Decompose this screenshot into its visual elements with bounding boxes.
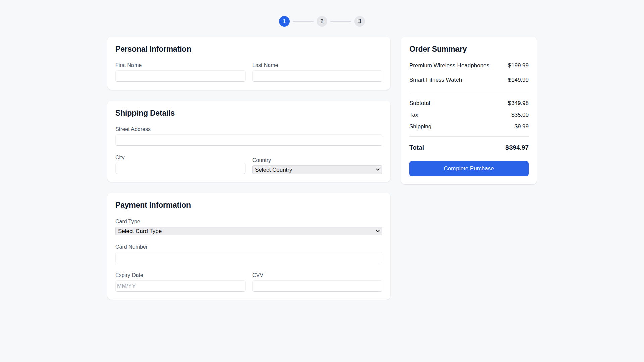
card-number-input[interactable] [115, 252, 382, 263]
checkout-page: 1 2 3 Personal Information First Name La… [107, 0, 537, 310]
total-row: Total $394.97 [409, 136, 529, 152]
shipping-details-title: Shipping Details [115, 109, 382, 118]
card-type-field-group: Card Type Select Card Type [115, 219, 382, 235]
street-address-input[interactable] [115, 134, 382, 146]
checkout-layout: Personal Information First Name Last Nam… [107, 37, 537, 310]
cvv-label: CVV [252, 272, 382, 278]
last-name-field-group: Last Name [252, 62, 382, 82]
summary-item-row: Premium Wireless Headphones $199.99 [409, 62, 529, 69]
cvv-input[interactable] [252, 280, 382, 292]
subtotal-row: Subtotal $349.98 [409, 100, 529, 107]
city-label: City [115, 155, 246, 161]
tax-value: $35.00 [511, 112, 529, 118]
first-name-input[interactable] [115, 70, 246, 82]
divider [409, 92, 529, 92]
tax-row: Tax $35.00 [409, 112, 529, 118]
shipping-row: Shipping $9.99 [409, 123, 529, 130]
shipping-label: Shipping [409, 123, 431, 130]
expiry-date-input[interactable] [115, 280, 246, 292]
country-field-group: Country Select Country [252, 157, 382, 174]
form-column: Personal Information First Name Last Nam… [107, 37, 390, 310]
last-name-label: Last Name [252, 62, 382, 68]
first-name-label: First Name [115, 62, 246, 68]
street-address-label: Street Address [115, 126, 382, 132]
checkout-stepper: 1 2 3 [107, 16, 537, 27]
item-price: $199.99 [508, 62, 529, 69]
subtotal-value: $349.98 [508, 100, 529, 107]
shipping-value: $9.99 [514, 123, 529, 130]
country-select[interactable]: Select Country [252, 165, 382, 174]
summary-item-row: Smart Fitness Watch $149.99 [409, 77, 529, 83]
stepper-connector-2 [330, 21, 351, 22]
personal-information-title: Personal Information [115, 45, 382, 54]
shipping-details-card: Shipping Details Street Address City Cou… [107, 101, 390, 182]
card-type-label: Card Type [115, 219, 382, 225]
expiry-date-field-group: Expiry Date [115, 272, 246, 292]
item-name: Premium Wireless Headphones [409, 62, 489, 69]
card-number-label: Card Number [115, 244, 382, 250]
order-summary-card: Order Summary Premium Wireless Headphone… [401, 37, 537, 184]
order-summary-title: Order Summary [409, 45, 529, 54]
card-number-field-group: Card Number [115, 244, 382, 263]
total-label: Total [409, 144, 424, 152]
payment-information-title: Payment Information [115, 201, 382, 210]
tax-label: Tax [409, 112, 418, 118]
stepper-step-1[interactable]: 1 [279, 16, 290, 27]
item-name: Smart Fitness Watch [409, 77, 462, 83]
cvv-field-group: CVV [252, 272, 382, 292]
payment-information-card: Payment Information Card Type Select Car… [107, 193, 390, 300]
stepper-connector-1 [293, 21, 314, 22]
item-price: $149.99 [508, 77, 529, 83]
city-input[interactable] [115, 163, 246, 174]
expiry-date-label: Expiry Date [115, 272, 246, 278]
street-address-field-group: Street Address [115, 126, 382, 146]
complete-purchase-button[interactable]: Complete Purchase [409, 161, 529, 176]
stepper-step-2[interactable]: 2 [317, 16, 327, 27]
country-label: Country [252, 157, 382, 163]
stepper-step-3[interactable]: 3 [354, 16, 365, 27]
card-type-select[interactable]: Select Card Type [115, 227, 382, 235]
total-value: $394.97 [505, 144, 529, 152]
subtotal-label: Subtotal [409, 100, 430, 107]
last-name-input[interactable] [252, 70, 382, 82]
city-field-group: City [115, 155, 246, 174]
first-name-field-group: First Name [115, 62, 246, 82]
personal-information-card: Personal Information First Name Last Nam… [107, 37, 390, 90]
